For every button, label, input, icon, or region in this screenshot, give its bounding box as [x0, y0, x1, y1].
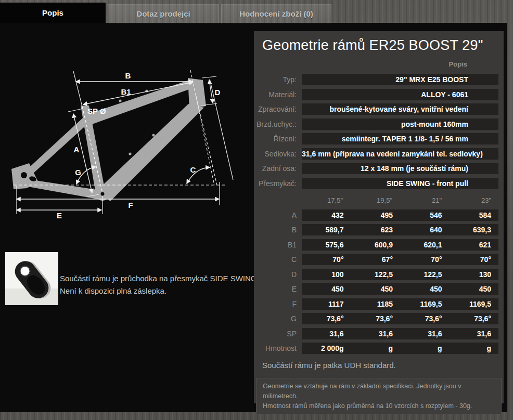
geometry-header-row: 17,5" 19,5" 21" 23" — [254, 196, 504, 205]
spec-label: Sedlovka: — [254, 148, 300, 160]
geometry-value: 73,6° — [400, 313, 450, 324]
geometry-value: 621 — [450, 239, 499, 251]
geometry-value: 1169,5 — [450, 298, 499, 310]
spec-panel: Geometrie rámů ER25 BOOST 29" Popis Typ:… — [254, 31, 504, 403]
spec-label: Typ: — [254, 74, 300, 85]
geometry-row-hmotnost: Hmotnost 2 000g g g g — [254, 343, 504, 354]
geometry-value: 130 — [450, 269, 499, 280]
spec-value: 29" MRX E25 BOOST — [302, 74, 498, 85]
geometry-row-label: E — [254, 283, 300, 295]
size-column-header: 19,5" — [350, 196, 400, 205]
geometry-row-sp: SP 31,6 31,6 31,6 31,6 — [254, 328, 504, 339]
geometry-row-label: SP — [254, 328, 300, 339]
geometry-value: 546 — [400, 209, 450, 221]
geometry-value: 70° — [450, 254, 499, 265]
spec-value: 31,6 mm (příprava na vedení zamykání tel… — [302, 148, 498, 160]
geometry-value: 639,3 — [450, 224, 499, 235]
geometry-row-f: F 1117 1185 1169,5 1169,5 — [254, 298, 504, 310]
tab-dotaz-prodejci[interactable]: Dotaz prodejci — [108, 4, 219, 23]
dim-label-f: F — [128, 201, 133, 209]
tab-hodnoceni-zbozi[interactable]: Hodnocení zboží (0) — [221, 4, 331, 23]
spec-row-material: Materiál: ALLOY - 6061 — [254, 89, 504, 100]
geometry-row-label: C — [254, 254, 300, 265]
dim-label-d: D — [215, 88, 221, 97]
spec-value: broušené-kytované sváry, vnitřní vedení — [302, 103, 498, 115]
spec-label: Zpracování: — [254, 103, 300, 115]
spec-value: post-mount 160mm — [302, 119, 498, 130]
geometry-row-label: B — [254, 224, 300, 235]
grommet-note-line2: Není k dispozici plná záslepka. — [60, 285, 259, 297]
geometry-row-e: E 450 450 450 450 — [254, 283, 504, 295]
geometry-value: 450 — [400, 283, 450, 295]
geometry-value: 70° — [400, 254, 450, 265]
geometry-value: 70° — [302, 254, 351, 265]
geometry-value: 495 — [351, 209, 401, 221]
geometry-row-label: Hmotnost — [254, 343, 300, 354]
dim-label-e: E — [57, 211, 62, 220]
geometry-value: 1117 — [302, 298, 351, 310]
geometry-value: 31,6 — [400, 328, 450, 339]
spec-value: ALLOY - 6061 — [302, 89, 498, 100]
geometry-value: 122,5 — [400, 269, 450, 280]
size-column-header: 23" — [449, 196, 498, 205]
geometry-row-label: F — [254, 298, 300, 310]
panel-subtitle: Popis — [254, 61, 504, 68]
geometry-value: 584 — [450, 209, 499, 221]
geometry-header-spacer — [254, 196, 299, 205]
geometry-value: 450 — [302, 283, 351, 295]
geometry-table: 17,5" 19,5" 21" 23" A 432 495 546 584 B … — [254, 196, 504, 355]
geometry-row-c: C 70° 67° 70° 70° — [254, 254, 504, 265]
geometry-value: 589,7 — [302, 224, 351, 235]
geometry-row-b1: B1 575,6 600,9 620,1 621 — [254, 239, 504, 251]
size-column-header: 21" — [400, 196, 449, 205]
grommet-photo — [5, 252, 58, 305]
dim-label-sp: SP Ø — [87, 107, 106, 115]
spec-value: SIDE SWING - front pull — [302, 178, 498, 189]
geometry-value: 623 — [351, 224, 401, 235]
udh-note: Součástí rámu je patka UDH standard. — [262, 360, 495, 371]
spec-label: Zadní osa: — [254, 163, 300, 174]
geometry-row-label: D — [254, 269, 300, 280]
spec-label: Brzd.uchyc.: — [254, 119, 300, 130]
dim-label-c: C — [190, 165, 196, 174]
spec-row-zpracovani: Zpracování: broušené-kytované sváry, vni… — [254, 103, 504, 115]
geometry-value: 600,9 — [351, 239, 401, 251]
geometry-value: 1169,5 — [400, 298, 450, 310]
geometry-value: 1185 — [351, 298, 401, 310]
grommet-note-line1: Součástí rámu je průchodka na přesmykač … — [60, 272, 259, 285]
geometry-row-label: G — [254, 313, 300, 324]
spec-row-presmykac: Přesmykač: SIDE SWING - front pull — [254, 178, 504, 189]
geometry-row-label: B1 — [254, 239, 300, 251]
page-title: Geometrie rámů ER25 BOOST 29" — [262, 37, 495, 53]
geometry-value: 73,6° — [351, 313, 401, 324]
geometry-value: 620,1 — [400, 239, 450, 251]
footnote-line1: Geometrie se vztahuje na rám v základní … — [263, 382, 495, 401]
geometry-value: 67° — [351, 254, 401, 265]
product-page: { "tabs": [ {"label": "Popis", "active":… — [0, 0, 513, 420]
geometry-value: 432 — [302, 209, 351, 221]
spec-row-zadni-osa: Zadní osa: 12 x 148 mm (je součástí rámu… — [254, 163, 504, 174]
geometry-value: 73,6° — [450, 313, 499, 324]
geometry-value: g — [400, 343, 450, 354]
spec-value: semiintegr. TAPER 1 1/8- 1,5 / 56 mm — [302, 133, 498, 145]
tab-popis[interactable]: Popis — [0, 3, 106, 23]
bike-frame-silhouette — [11, 78, 206, 201]
geometry-value: 100 — [302, 269, 351, 280]
spec-label: Přesmykač: — [254, 178, 300, 189]
geometry-value: 575,6 — [302, 239, 351, 251]
dim-label-a: A — [74, 145, 80, 154]
geometry-row-d: D 100 122,5 122,5 130 — [254, 269, 504, 280]
footnotes-box: Geometrie se vztahuje na rám v základní … — [256, 378, 502, 414]
spec-row-rizeni: Řízení: semiintegr. TAPER 1 1/8- 1,5 / 5… — [254, 133, 504, 145]
geometry-row-label: A — [254, 209, 300, 221]
spec-rows: Typ: 29" MRX E25 BOOST Materiál: ALLOY -… — [254, 74, 504, 189]
geometry-value: 73,6° — [302, 313, 351, 324]
dim-label-g: G — [75, 168, 81, 177]
geometry-value: g — [351, 343, 401, 354]
geometry-value: 31,6 — [450, 328, 499, 339]
spec-label: Řízení: — [254, 133, 300, 145]
spec-label: Materiál: — [254, 89, 300, 100]
geometry-value: 640 — [400, 224, 450, 235]
size-column-header: 17,5" — [301, 196, 350, 205]
geometry-row-b: B 589,7 623 640 639,3 — [254, 224, 504, 235]
